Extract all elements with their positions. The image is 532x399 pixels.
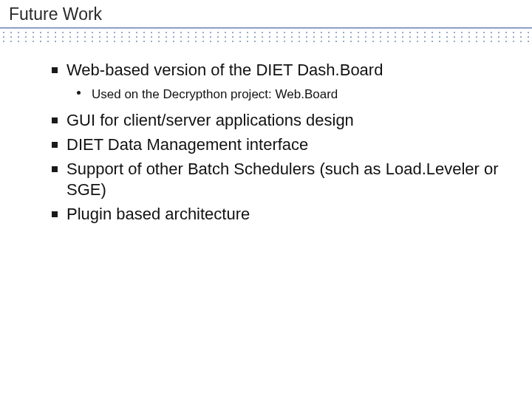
- square-bullet-icon: [52, 211, 58, 217]
- dotted-band: [0, 30, 532, 44]
- list-item: DIET Data Management interface: [52, 134, 502, 156]
- square-bullet-icon: [52, 166, 58, 172]
- list-item: Web-based version of the DIET Dash.Board: [52, 60, 502, 81]
- dot-bullet-icon: [77, 91, 81, 95]
- bullet-text: DIET Data Management interface: [66, 135, 308, 154]
- bullet-text: GUI for client/server applications desig…: [66, 111, 354, 129]
- bullet-text: Used on the Decrypthon project: Web.Boar…: [92, 87, 338, 101]
- square-bullet-icon: [52, 142, 58, 148]
- bullet-text: Support of other Batch Schedulers (such …: [66, 160, 499, 200]
- list-item: Support of other Batch Schedulers (such …: [52, 159, 502, 201]
- bullet-text: Web-based version of the DIET Dash.Board: [66, 61, 383, 79]
- slide-content: Web-based version of the DIET Dash.Board…: [0, 44, 532, 225]
- slide-title: Future Work: [0, 0, 532, 27]
- list-item: Used on the Decrypthon project: Web.Boar…: [77, 86, 502, 103]
- slide: Future Work Web-based version of the DIE…: [0, 0, 532, 399]
- title-underline: [0, 27, 532, 29]
- list-item: GUI for client/server applications desig…: [52, 110, 502, 132]
- square-bullet-icon: [52, 117, 58, 123]
- square-bullet-icon: [52, 67, 58, 73]
- list-item: Plugin based architecture: [52, 204, 502, 225]
- bullet-text: Plugin based architecture: [66, 205, 250, 223]
